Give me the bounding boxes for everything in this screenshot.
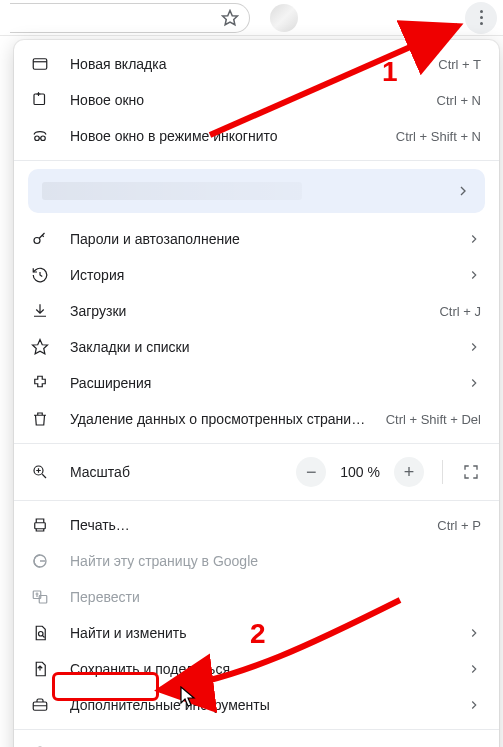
zoom-value: 100 % (340, 464, 380, 480)
omnibox[interactable] (10, 3, 250, 33)
menu-extensions[interactable]: Расширения (14, 365, 499, 401)
account-chip[interactable] (28, 169, 485, 213)
account-placeholder (42, 182, 302, 200)
menu-separator (14, 160, 499, 161)
menu-item-label: Новое окно в режиме инкогнито (70, 128, 376, 144)
google-icon (30, 551, 50, 571)
toolbox-icon (30, 695, 50, 715)
menu-item-label: Сохранить и поделиться (70, 661, 447, 677)
chevron-right-icon (467, 698, 481, 712)
menu-item-label: Новое окно (70, 92, 417, 108)
menu-item-label: Пароли и автозаполнение (70, 231, 447, 247)
profile-avatar[interactable] (270, 4, 298, 32)
menu-item-shortcut: Ctrl + Shift + N (396, 129, 481, 144)
menu-separator (14, 443, 499, 444)
menu-separator (14, 500, 499, 501)
menu-item-label: Печать… (70, 517, 417, 533)
menu-passwords[interactable]: Пароли и автозаполнение (14, 221, 499, 257)
print-icon (30, 515, 50, 535)
menu-incognito[interactable]: Новое окно в режиме инкогнито Ctrl + Shi… (14, 118, 499, 154)
key-icon (30, 229, 50, 249)
menu-item-shortcut: Ctrl + J (439, 304, 481, 319)
menu-more-tools[interactable]: Дополнительные инструменты (14, 687, 499, 723)
menu-find-google: Найти эту страницу в Google (14, 543, 499, 579)
divider (442, 460, 443, 484)
menu-separator (14, 729, 499, 730)
svg-marker-6 (33, 340, 48, 354)
menu-zoom: Масштаб − 100 % + (14, 450, 499, 494)
menu-history[interactable]: История (14, 257, 499, 293)
menu-new-tab[interactable]: Новая вкладка Ctrl + T (14, 46, 499, 82)
new-tab-icon (30, 54, 50, 74)
svg-rect-2 (34, 94, 45, 105)
menu-translate: Перевести (14, 579, 499, 615)
zoom-label: Масштаб (70, 464, 276, 480)
menu-item-label: Найти и изменить (70, 625, 447, 641)
menu-clear-data[interactable]: Удаление данных о просмотренных страница… (14, 401, 499, 437)
menu-print[interactable]: Печать… Ctrl + P (14, 507, 499, 543)
menu-item-label: Найти эту страницу в Google (70, 553, 481, 569)
share-icon (30, 659, 50, 679)
new-window-icon (30, 90, 50, 110)
menu-item-shortcut: Ctrl + T (438, 57, 481, 72)
chevron-right-icon (467, 268, 481, 282)
history-icon (30, 265, 50, 285)
chevron-right-icon (467, 626, 481, 640)
chevron-right-icon (455, 183, 471, 199)
menu-item-label: Дополнительные инструменты (70, 697, 447, 713)
svg-point-3 (35, 136, 40, 141)
svg-point-4 (41, 136, 46, 141)
menu-bookmarks[interactable]: Закладки и списки (14, 329, 499, 365)
chevron-right-icon (467, 662, 481, 676)
download-icon (30, 301, 50, 321)
menu-item-label: Удаление данных о просмотренных страница… (70, 411, 366, 427)
svg-rect-1 (33, 59, 47, 70)
menu-find-edit[interactable]: Найти и изменить (14, 615, 499, 651)
svg-marker-0 (223, 10, 238, 24)
extension-icon (30, 373, 50, 393)
menu-item-label: Закладки и списки (70, 339, 447, 355)
svg-point-12 (39, 632, 44, 637)
menu-item-shortcut: Ctrl + Shift + Del (386, 412, 481, 427)
incognito-icon (30, 126, 50, 146)
translate-icon (30, 587, 50, 607)
find-in-page-icon (30, 623, 50, 643)
zoom-icon (30, 463, 50, 481)
menu-item-label: История (70, 267, 447, 283)
svg-point-5 (34, 238, 40, 244)
zoom-out-button[interactable]: − (296, 457, 326, 487)
menu-item-shortcut: Ctrl + P (437, 518, 481, 533)
chrome-menu: Новая вкладка Ctrl + T Новое окно Ctrl +… (14, 40, 499, 747)
menu-item-shortcut: Ctrl + N (437, 93, 481, 108)
browser-toolbar (0, 0, 503, 36)
menu-new-window[interactable]: Новое окно Ctrl + N (14, 82, 499, 118)
trash-icon (30, 409, 50, 429)
menu-item-label: Расширения (70, 375, 447, 391)
menu-item-label: Загрузки (70, 303, 419, 319)
menu-item-label: Перевести (70, 589, 481, 605)
menu-save-share[interactable]: Сохранить и поделиться (14, 651, 499, 687)
fullscreen-button[interactable] (457, 458, 485, 486)
bookmark-icon (30, 337, 50, 357)
chevron-right-icon (467, 376, 481, 390)
svg-rect-8 (35, 523, 46, 529)
menu-item-label: Новая вкладка (70, 56, 418, 72)
chevron-right-icon (467, 340, 481, 354)
kebab-menu-button[interactable] (465, 2, 497, 34)
chevron-right-icon (467, 232, 481, 246)
menu-help[interactable]: Справка (14, 736, 499, 747)
bookmark-star-icon[interactable] (221, 9, 239, 27)
zoom-in-button[interactable]: + (394, 457, 424, 487)
menu-downloads[interactable]: Загрузки Ctrl + J (14, 293, 499, 329)
